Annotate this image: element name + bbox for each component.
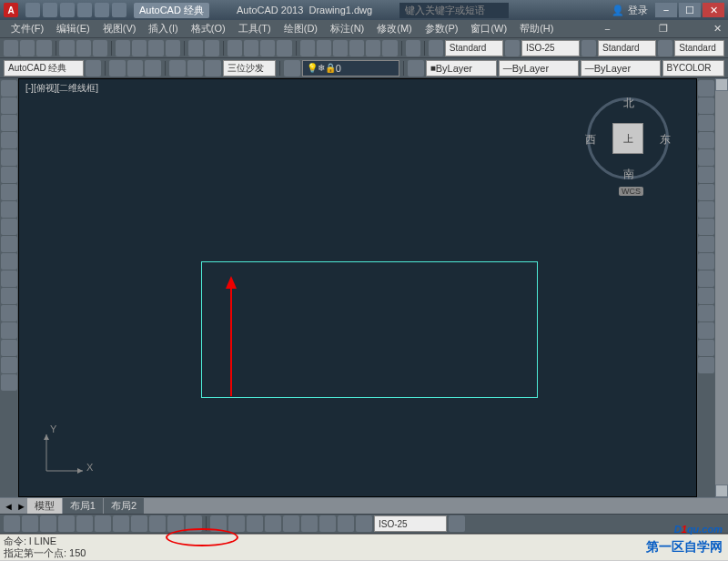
- table-icon[interactable]: [1, 340, 17, 356]
- inspect-icon[interactable]: [283, 515, 299, 532]
- circle-icon[interactable]: [1, 167, 17, 183]
- line-icon[interactable]: [1, 80, 17, 97]
- workspace-dropdown[interactable]: AutoCAD 经典: [134, 3, 209, 18]
- scroll-down-icon[interactable]: [715, 484, 728, 497]
- point-icon[interactable]: [1, 270, 17, 287]
- tolerance-icon[interactable]: [247, 515, 263, 532]
- dim-arc-icon[interactable]: [40, 515, 56, 532]
- new-icon[interactable]: [4, 40, 18, 56]
- color-dropdown[interactable]: ■ ByLayer: [426, 60, 497, 76]
- spline-icon[interactable]: [1, 184, 17, 200]
- compass-west[interactable]: 西: [585, 132, 596, 148]
- cut-icon[interactable]: [116, 40, 130, 56]
- dim-aligned-icon[interactable]: [22, 515, 38, 532]
- app-logo-icon[interactable]: A: [4, 3, 18, 17]
- dim-ordinate-icon[interactable]: [58, 515, 75, 532]
- addsel-icon[interactable]: [1, 374, 17, 391]
- command-window[interactable]: 命令: l LINE 指定第一个点: 150 ✎_ LINE 指定下一点或 [放…: [0, 534, 728, 561]
- dim-diameter-icon[interactable]: [113, 515, 129, 532]
- explode-icon[interactable]: [698, 357, 714, 373]
- dim-style-icon[interactable]: [505, 40, 520, 56]
- wcs-label[interactable]: WCS: [619, 187, 643, 196]
- layer-dropdown[interactable]: 💡❄🔒 0: [302, 60, 399, 76]
- workspace-select[interactable]: AutoCAD 经典: [4, 60, 84, 76]
- open-icon[interactable]: [20, 40, 35, 56]
- dim-style-mgr-icon[interactable]: [449, 515, 465, 532]
- layer-freeze-icon[interactable]: [169, 60, 186, 76]
- match-icon[interactable]: [166, 40, 180, 56]
- layer-off-icon[interactable]: [187, 60, 204, 76]
- dim-quick-icon[interactable]: [149, 515, 166, 532]
- menu-format[interactable]: 格式(O): [186, 20, 231, 37]
- menu-help[interactable]: 帮助(H): [514, 20, 559, 37]
- move-icon[interactable]: [698, 167, 714, 183]
- compass-north[interactable]: 北: [623, 96, 634, 111]
- rotate-icon[interactable]: [698, 184, 714, 200]
- tab-layout2[interactable]: 布局2: [104, 498, 144, 514]
- zoom-win-icon[interactable]: [260, 40, 275, 56]
- block-insert-icon[interactable]: [1, 236, 17, 252]
- layer-states-icon[interactable]: [127, 60, 144, 76]
- user-login[interactable]: 👤登录: [612, 4, 648, 17]
- save-icon[interactable]: [36, 40, 51, 56]
- jog-line-icon[interactable]: [301, 515, 318, 532]
- gradient-icon[interactable]: [1, 305, 17, 321]
- menu-edit[interactable]: 编辑(E): [51, 20, 96, 37]
- arc-icon[interactable]: [1, 149, 17, 166]
- dim-tedit-icon[interactable]: [338, 515, 354, 532]
- mleader-style-icon[interactable]: [658, 40, 672, 56]
- layer-mgr-icon[interactable]: [284, 60, 300, 76]
- text-style-icon[interactable]: [429, 40, 443, 56]
- help-icon[interactable]: [406, 40, 420, 56]
- plot-icon[interactable]: [59, 40, 74, 56]
- view-cube[interactable]: 上 北 南 东 西 WCS: [587, 97, 669, 179]
- array-icon[interactable]: [698, 149, 714, 166]
- qat-redo-icon[interactable]: [95, 3, 109, 17]
- minimize-button[interactable]: −: [655, 3, 677, 17]
- zoom-rt-icon[interactable]: [244, 40, 258, 56]
- menu-file[interactable]: 文件(F): [5, 20, 49, 37]
- group-name[interactable]: 三位沙发: [223, 60, 277, 76]
- dim-break-icon[interactable]: [228, 515, 245, 532]
- trim-icon[interactable]: [698, 236, 714, 252]
- offset-icon[interactable]: [698, 132, 714, 148]
- table-style-icon[interactable]: [581, 40, 596, 56]
- break-icon[interactable]: [698, 288, 714, 304]
- block-make-icon[interactable]: [1, 253, 17, 270]
- center-mark-icon[interactable]: [265, 515, 281, 532]
- extend-icon[interactable]: [698, 253, 714, 270]
- menu-draw[interactable]: 绘图(D): [278, 20, 323, 37]
- dim-update-icon[interactable]: [356, 515, 372, 532]
- preview-icon[interactable]: [76, 40, 91, 56]
- ws-settings-icon[interactable]: [86, 60, 102, 76]
- fillet-icon[interactable]: [698, 340, 714, 356]
- ellipse-icon[interactable]: [1, 201, 17, 218]
- menu-modify[interactable]: 修改(M): [371, 20, 418, 37]
- dim-linear-icon[interactable]: [4, 515, 20, 532]
- text-style-dropdown[interactable]: Standard: [445, 40, 503, 56]
- mleader-style-dropdown[interactable]: Standard: [674, 40, 724, 56]
- scale-icon[interactable]: [698, 201, 714, 218]
- region-icon[interactable]: [1, 322, 17, 339]
- calc-icon[interactable]: [382, 40, 397, 56]
- tab-layout1[interactable]: 布局1: [63, 498, 103, 514]
- maximize-button[interactable]: ☐: [679, 3, 701, 17]
- pline-icon[interactable]: [1, 97, 17, 114]
- dim-edit-icon[interactable]: [319, 515, 336, 532]
- pan-icon[interactable]: [228, 40, 242, 56]
- ellipse-arc-icon[interactable]: [1, 219, 17, 235]
- break-point-icon[interactable]: [698, 270, 714, 287]
- design-center-icon[interactable]: [317, 40, 331, 56]
- drawing-canvas[interactable]: [-][俯视][二维线框] 上 北 南 东 西 WCS Y X: [18, 78, 697, 497]
- join-icon[interactable]: [698, 305, 714, 321]
- layer-props-icon[interactable]: [109, 60, 126, 76]
- plotstyle-dropdown[interactable]: BYCOLOR: [662, 60, 724, 76]
- qat-print-icon[interactable]: [112, 3, 126, 17]
- copy-obj-icon[interactable]: [698, 97, 714, 114]
- mtext-icon[interactable]: [1, 357, 17, 373]
- tool-palette-icon[interactable]: [333, 40, 348, 56]
- vertical-scrollbar[interactable]: [715, 78, 728, 497]
- menu-window[interactable]: 窗口(W): [465, 20, 512, 37]
- compass-south[interactable]: 南: [623, 167, 634, 182]
- qat-open-icon[interactable]: [43, 3, 57, 17]
